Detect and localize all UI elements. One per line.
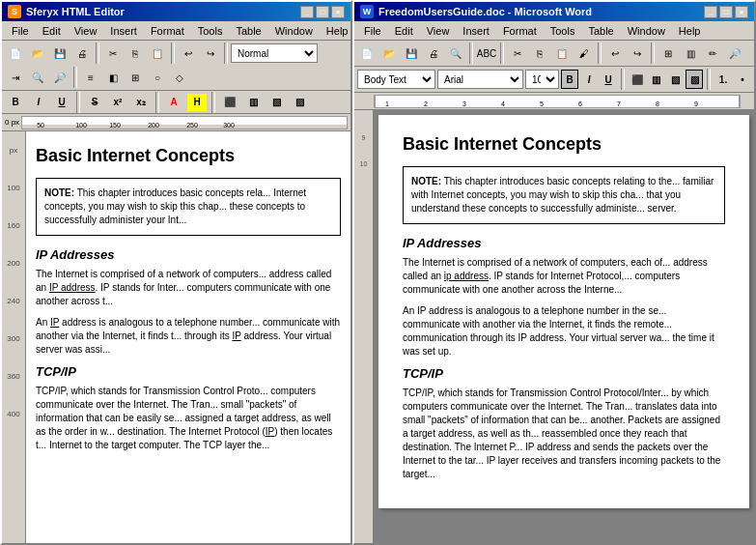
print-btn[interactable]: 🖨 [71, 43, 93, 64]
word-cut-btn[interactable]: ✂ [507, 43, 528, 64]
maximize-btn[interactable]: □ [316, 6, 329, 18]
word-minimize-btn[interactable]: _ [704, 6, 717, 18]
word-copy-btn[interactable]: ⎘ [529, 43, 550, 64]
ruler-150: 150 [109, 122, 121, 129]
word-section1-title: IP Addresses [403, 236, 725, 250]
word-print-btn[interactable]: 🖨 [423, 43, 444, 64]
justify-fmt[interactable]: ▨ [289, 93, 310, 112]
circle-btn[interactable]: ○ [147, 67, 168, 88]
word-align-right[interactable]: ▧ [667, 70, 685, 89]
style-dropdown[interactable]: Normal [231, 43, 318, 63]
word-spell-btn[interactable]: ABC [476, 43, 497, 64]
word-undo-btn[interactable]: ↩ [604, 43, 626, 64]
zoom-in-btn[interactable]: 🔍 [27, 67, 48, 88]
highlight-btn[interactable]: H [186, 93, 208, 112]
word-menu-view[interactable]: View [421, 23, 456, 39]
word-menu-table[interactable]: Table [582, 23, 619, 39]
copy-btn[interactable]: ⎘ [125, 43, 146, 64]
word-menu-window[interactable]: Window [622, 23, 671, 39]
close-btn[interactable]: × [331, 6, 345, 18]
menu-insert[interactable]: Insert [104, 23, 143, 39]
subscript-btn[interactable]: x₂ [130, 93, 152, 112]
menu-file[interactable]: File [6, 23, 35, 39]
menu-help[interactable]: Help [321, 23, 354, 39]
underline-btn[interactable]: U [51, 93, 72, 112]
left-title-bar: S Sferyx HTML Editor _ □ × [2, 2, 350, 21]
align-right-fmt[interactable]: ▧ [266, 93, 287, 112]
word-numbering-btn[interactable]: 1. [714, 70, 732, 89]
word-zoom-btn[interactable]: 🔎 [724, 43, 745, 64]
word-align-center[interactable]: ▥ [648, 70, 665, 89]
word-preview-btn[interactable]: 🔍 [445, 43, 466, 64]
redo-btn[interactable]: ↪ [200, 43, 221, 64]
indent-btn[interactable]: ⇥ [5, 67, 26, 88]
bold-btn[interactable]: B [5, 93, 26, 112]
word-bold-btn[interactable]: B [561, 70, 578, 89]
word-drawing-btn[interactable]: ✏ [702, 43, 723, 64]
menu-window[interactable]: Window [269, 23, 319, 39]
cut-btn[interactable]: ✂ [102, 43, 124, 64]
word-maximize-btn[interactable]: □ [719, 6, 733, 18]
note-text: This chapter introduces basic concepts r… [44, 187, 306, 225]
word-save-btn[interactable]: 💾 [401, 43, 422, 64]
diamond-btn[interactable]: ◇ [169, 67, 190, 88]
word-table-btn[interactable]: ⊞ [658, 43, 679, 64]
ruler-250: 250 [186, 122, 198, 129]
word-style-select[interactable]: Body Text [357, 70, 435, 89]
align-center-fmt[interactable]: ▥ [242, 93, 264, 112]
left-formatting-bar: B I U S x² x₂ A H ⬛ ▥ ▧ ▨ [2, 91, 350, 114]
word-paintformat-btn[interactable]: 🖌 [574, 43, 595, 64]
word-align-left[interactable]: ⬛ [629, 70, 646, 89]
left-document[interactable]: Basic Internet Concepts NOTE: This chapt… [26, 131, 350, 543]
word-columns-btn[interactable]: ▥ [680, 43, 701, 64]
word-justify[interactable]: ▨ [686, 70, 703, 89]
save-btn[interactable]: 💾 [49, 43, 70, 64]
ruler-300: 300 [223, 122, 235, 129]
word-left-margin: 9 10 [354, 110, 374, 543]
word-redo-btn[interactable]: ↪ [627, 43, 648, 64]
word-italic-btn[interactable]: I [580, 70, 598, 89]
word-paste-btn[interactable]: 📋 [551, 43, 573, 64]
word-open-btn[interactable]: 📂 [378, 43, 400, 64]
word-bullets-btn[interactable]: • [734, 70, 751, 89]
align-left-btn[interactable]: ◧ [102, 67, 124, 88]
word-sep4 [651, 43, 655, 64]
menu-tools[interactable]: Tools [192, 23, 229, 39]
word-size-select[interactable]: 10 [525, 70, 559, 89]
superscript-btn[interactable]: x² [107, 93, 128, 112]
word-document[interactable]: Basic Internet Concepts NOTE: This chapt… [374, 110, 754, 543]
word-new-btn[interactable]: 📄 [356, 43, 378, 64]
undo-btn[interactable]: ↩ [178, 43, 199, 64]
bullet-btn[interactable]: ≡ [80, 67, 101, 88]
ruler-50: 50 [37, 122, 44, 129]
word-icon: W [360, 5, 374, 18]
sep-fmt2 [155, 92, 159, 113]
left-margin: px 100 160 200 240 300 360 400 [2, 131, 26, 543]
word-menu-edit[interactable]: Edit [389, 23, 419, 39]
word-menu-format[interactable]: Format [497, 23, 543, 39]
word-menu-help[interactable]: Help [673, 23, 707, 39]
italic-btn[interactable]: I [28, 93, 49, 112]
open-btn[interactable]: 📂 [27, 43, 48, 64]
strikethrough-btn[interactable]: S [84, 93, 105, 112]
menu-edit[interactable]: Edit [37, 23, 67, 39]
word-menu-file[interactable]: File [358, 23, 387, 39]
new-btn[interactable]: 📄 [5, 43, 26, 64]
paste-btn[interactable]: 📋 [147, 43, 168, 64]
word-close-btn[interactable]: × [735, 6, 748, 18]
word-menu-insert[interactable]: Insert [457, 23, 495, 39]
menu-view[interactable]: View [69, 23, 103, 39]
word-menu-tools[interactable]: Tools [545, 23, 581, 39]
align-left-fmt[interactable]: ⬛ [219, 93, 240, 112]
left-section1-para2: An IP address is analogous to a telephon… [36, 316, 341, 357]
zoom-out-btn[interactable]: 🔎 [49, 67, 70, 88]
font-color-btn[interactable]: A [163, 93, 184, 112]
menu-table[interactable]: Table [230, 23, 266, 39]
word-font-select[interactable]: Arial [437, 70, 523, 89]
menu-format[interactable]: Format [145, 23, 190, 39]
left-section1-para1: The Internet is comprised of a network o… [36, 268, 341, 308]
minimize-btn[interactable]: _ [300, 6, 314, 18]
word-underline-btn[interactable]: U [600, 70, 617, 89]
left-content-area: px 100 160 200 240 300 360 400 Basic Int… [2, 131, 350, 543]
align-center-btn[interactable]: ⊞ [125, 67, 146, 88]
